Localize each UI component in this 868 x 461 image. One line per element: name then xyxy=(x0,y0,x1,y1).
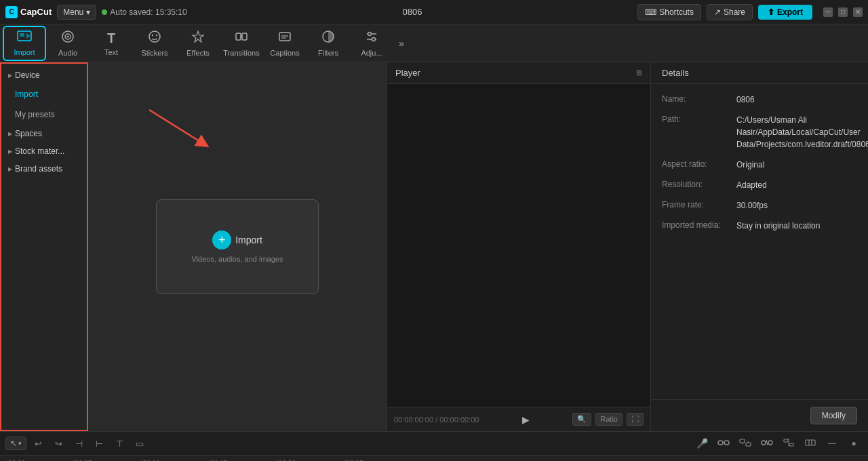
brand-arrow-icon: ▶ xyxy=(8,166,12,172)
resolution-key: Resolution: xyxy=(662,179,736,189)
details-footer: Modify xyxy=(651,399,868,431)
audio-icon xyxy=(61,30,75,47)
select-tool-dropdown[interactable]: ↖ ▾ xyxy=(5,437,26,450)
svg-rect-24 xyxy=(740,439,745,443)
detail-row-framerate: Frame rate: 30.00fps xyxy=(662,199,857,212)
details-title: Details xyxy=(662,68,689,78)
player-play-button[interactable]: ▶ xyxy=(522,414,530,425)
toolbar-item-adjust[interactable]: Adju... xyxy=(350,26,393,61)
sidebar-brand-section[interactable]: ▶ Brand assets xyxy=(1,160,87,178)
toolbar-item-captions[interactable]: Captions xyxy=(263,26,307,61)
toolbar-item-import[interactable]: Import xyxy=(3,26,46,61)
close-button[interactable]: ✕ xyxy=(853,7,863,17)
details-header: Details xyxy=(651,62,868,84)
sidebar-item-my-presets[interactable]: My presets xyxy=(4,105,84,124)
zoom-out-button[interactable]: ─ xyxy=(823,435,841,452)
toolbar-item-stickers[interactable]: Stickers xyxy=(133,26,176,61)
zoom-in-button[interactable]: ● xyxy=(845,435,863,452)
svg-rect-31 xyxy=(784,439,788,442)
expand-icon xyxy=(804,438,816,449)
logo-icon: C xyxy=(5,6,18,18)
aspect-value: Original xyxy=(736,159,764,171)
import-icon xyxy=(17,31,32,46)
menu-label: Menu xyxy=(63,7,83,17)
mic-icon: 🎤 xyxy=(696,438,708,449)
toolbar-item-effects[interactable]: Effects xyxy=(176,26,220,61)
menu-arrow-icon: ▾ xyxy=(86,7,90,17)
detach-audio-button[interactable] xyxy=(736,435,754,452)
import-plus-icon: + xyxy=(212,230,231,249)
menu-button[interactable]: Menu ▾ xyxy=(57,5,96,20)
svg-rect-10 xyxy=(236,33,241,40)
split-left-button[interactable]: ⊣ xyxy=(70,435,87,452)
import-zone[interactable]: + Import Videos, audios, and images xyxy=(156,199,319,294)
device-arrow-icon: ▶ xyxy=(8,73,12,79)
align-icon xyxy=(783,438,795,449)
autosave-dot-icon xyxy=(102,9,107,15)
filters-icon xyxy=(321,30,335,47)
effects-icon xyxy=(191,30,205,47)
svg-rect-34 xyxy=(806,440,815,445)
toolbar-more-button[interactable]: » xyxy=(393,26,410,61)
toolbar-item-audio[interactable]: Audio xyxy=(46,26,90,61)
select-dropdown-arrow-icon: ▾ xyxy=(18,440,22,447)
unlink-button[interactable] xyxy=(758,435,776,452)
redo-button[interactable]: ↪ xyxy=(50,435,67,452)
arrow-overlay xyxy=(142,103,224,159)
align-button[interactable] xyxy=(780,435,797,452)
toolbar-item-transitions[interactable]: Transitions xyxy=(220,26,263,61)
aspect-key: Aspect ratio: xyxy=(662,159,736,169)
modify-button[interactable]: Modify xyxy=(810,407,857,424)
split-right-icon: ⊢ xyxy=(96,439,103,449)
svg-rect-32 xyxy=(789,443,793,446)
player-menu-icon[interactable]: ≡ xyxy=(636,67,642,79)
autosave-text: Auto saved: 15:35:10 xyxy=(110,7,186,17)
sidebar-stock-section[interactable]: ▶ Stock mater... xyxy=(1,142,87,160)
sidebar-brand-label: Brand assets xyxy=(15,164,62,174)
svg-point-5 xyxy=(67,35,69,37)
split-mid-button[interactable]: ⊤ xyxy=(111,435,128,452)
import-label: Import xyxy=(235,235,262,245)
sidebar-device-section[interactable]: ▶ Device xyxy=(1,66,87,84)
svg-rect-22 xyxy=(724,441,729,445)
toolbar-audio-label: Audio xyxy=(58,49,77,57)
export-icon: ⬆ xyxy=(768,7,774,17)
undo-button[interactable]: ↩ xyxy=(29,435,47,452)
framerate-value: 30.00fps xyxy=(736,199,768,212)
svg-point-8 xyxy=(156,34,157,35)
player-header: Player ≡ xyxy=(387,62,650,84)
main-toolbar: Import Audio T Text Stickers xyxy=(0,24,868,62)
title-bar-left: C CapCut Menu ▾ Auto saved: 15:35:10 xyxy=(5,5,187,20)
toolbar-captions-label: Captions xyxy=(270,49,299,57)
toolbar-transitions-label: Transitions xyxy=(223,49,259,57)
expand-button[interactable] xyxy=(802,435,819,452)
sidebar-spaces-section[interactable]: ▶ Spaces xyxy=(1,125,87,142)
timeline-tools-right: 🎤 xyxy=(693,435,863,452)
title-bar-right: ⌨ Shortcuts ↗ Share ⬆ Export ─ □ ✕ xyxy=(637,4,863,20)
timeline-toolbar: ↖ ▾ ↩ ↪ ⊣ ⊢ ⊤ ▭ 🎤 xyxy=(0,431,868,456)
shortcuts-button[interactable]: ⌨ Shortcuts xyxy=(637,4,701,20)
undo-icon: ↩ xyxy=(35,439,42,449)
split-right-button[interactable]: ⊢ xyxy=(90,435,108,452)
sidebar-presets-label: My presets xyxy=(15,110,55,119)
export-button[interactable]: ⬆ Export xyxy=(758,5,812,20)
share-button[interactable]: ↗ Share xyxy=(707,4,753,20)
svg-rect-1 xyxy=(20,33,24,37)
ratio-button[interactable]: Ratio xyxy=(595,413,623,426)
player-panel: Player ≡ 00:00:00:00 / 00:00:00:00 ▶ 🔍 R… xyxy=(387,62,651,431)
group-button[interactable]: ▭ xyxy=(131,435,149,452)
details-body: Name: 0806 Path: C:/Users/Usman Ali Nasi… xyxy=(651,84,868,399)
toolbar-item-filters[interactable]: Filters xyxy=(307,26,350,61)
zoom-icon[interactable]: 🔍 xyxy=(572,413,591,426)
player-ctrl-buttons: 🔍 Ratio ⛶ xyxy=(572,413,644,426)
imported-value: Stay in original location xyxy=(736,220,820,232)
restore-button[interactable]: □ xyxy=(838,7,848,17)
link-button[interactable] xyxy=(715,435,732,452)
name-value: 0806 xyxy=(736,94,755,106)
fullscreen-button[interactable]: ⛶ xyxy=(627,413,644,426)
sidebar-item-import[interactable]: Import xyxy=(4,85,84,104)
mic-button[interactable]: 🎤 xyxy=(693,435,711,452)
svg-marker-2 xyxy=(26,33,31,39)
toolbar-item-text[interactable]: T Text xyxy=(90,26,133,61)
minimize-button[interactable]: ─ xyxy=(823,7,833,17)
